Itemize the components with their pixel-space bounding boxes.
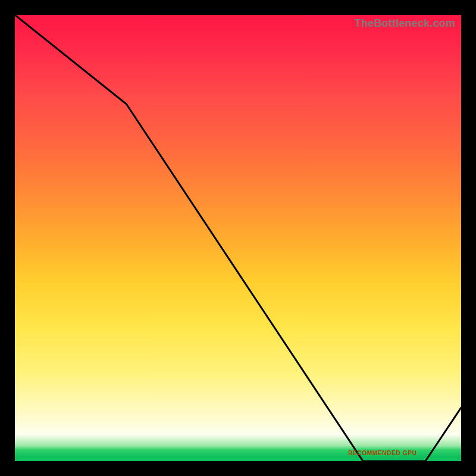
plot-area: TheBottleneck.com RECOMMENDED GPU (15, 15, 461, 461)
recommended-gpu-label: RECOMMENDED GPU (348, 450, 417, 456)
chart-frame: TheBottleneck.com RECOMMENDED GPU (0, 0, 476, 476)
bottleneck-curve (15, 15, 461, 461)
